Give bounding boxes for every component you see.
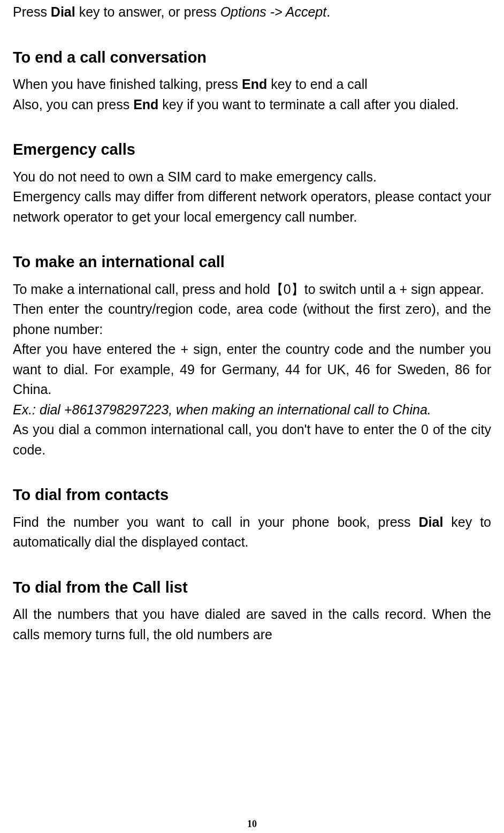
- paragraph: You do not need to own a SIM card to mak…: [13, 167, 491, 187]
- document-body: Press Dial key to answer, or press Optio…: [13, 2, 491, 645]
- text: Also, you can press: [13, 97, 133, 112]
- paragraph: To make a international call, press and …: [13, 279, 491, 300]
- paragraph: As you dial a common international call,…: [13, 420, 491, 460]
- paragraph: Also, you can press End key if you want …: [13, 95, 491, 115]
- heading-dial-contacts: To dial from contacts: [13, 483, 491, 507]
- text: Press: [13, 4, 51, 19]
- key-dial: Dial: [51, 4, 75, 19]
- paragraph: All the numbers that you have dialed are…: [13, 604, 491, 645]
- key-end: End: [242, 77, 267, 92]
- text: key to end a call: [267, 77, 368, 92]
- heading-international: To make an international call: [13, 251, 491, 274]
- paragraph: Then enter the country/region code, area…: [13, 299, 491, 339]
- paragraph-example: Ex.: dial +8613798297223, when making an…: [13, 400, 491, 420]
- key-end: End: [133, 97, 158, 112]
- key-dial: Dial: [419, 514, 444, 529]
- option-accept: Options -> Accept: [220, 4, 326, 19]
- paragraph: Find the number you want to call in your…: [13, 512, 491, 552]
- heading-dial-call-list: To dial from the Call list: [13, 576, 491, 600]
- text: Find the number you want to call in your…: [13, 514, 419, 529]
- text: When you have finished talking, press: [13, 77, 242, 92]
- text: .: [326, 4, 330, 19]
- paragraph: When you have finished talking, press En…: [13, 74, 491, 95]
- heading-end-call: To end a call conversation: [13, 46, 491, 70]
- text: key to answer, or press: [75, 4, 220, 19]
- paragraph: Emergency calls may differ from differen…: [13, 187, 491, 227]
- intro-paragraph: Press Dial key to answer, or press Optio…: [13, 2, 491, 22]
- heading-emergency: Emergency calls: [13, 138, 491, 162]
- paragraph: After you have entered the + sign, enter…: [13, 339, 491, 400]
- page-number: 10: [0, 819, 504, 830]
- text: key if you want to terminate a call afte…: [158, 97, 459, 112]
